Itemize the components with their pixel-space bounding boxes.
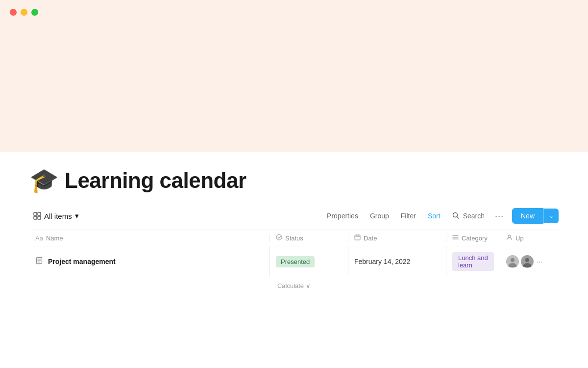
svg-rect-2 — [34, 216, 37, 219]
svg-point-20 — [511, 258, 514, 262]
status-icon — [276, 234, 282, 242]
svg-line-5 — [457, 216, 459, 218]
properties-label: Properties — [327, 212, 358, 220]
search-button[interactable]: Search — [447, 209, 490, 223]
calculate-label: Calculate — [277, 282, 304, 289]
text-icon: Aa — [35, 235, 43, 242]
calendar-icon — [354, 234, 361, 242]
avatar-1 — [506, 255, 519, 268]
new-button[interactable]: New — [512, 208, 543, 224]
toolbar-left: All items ▾ — [29, 209, 83, 223]
column-category-label: Category — [462, 235, 488, 242]
avatars-group: ··· — [506, 255, 542, 268]
cell-name: Project management — [29, 246, 270, 277]
search-icon — [452, 212, 461, 220]
all-items-button[interactable]: All items ▾ — [29, 209, 83, 223]
calculate-chevron-icon: ∨ — [306, 282, 311, 289]
column-header-date[interactable]: Date — [348, 234, 446, 242]
new-button-group: New ⌄ — [512, 208, 559, 224]
cell-user: ··· — [500, 246, 559, 277]
column-date-label: Date — [364, 235, 377, 242]
row-name-text: Project management — [48, 258, 116, 265]
list-icon — [452, 234, 459, 242]
svg-rect-1 — [38, 212, 41, 215]
filter-button[interactable]: Filter — [396, 209, 421, 223]
table-header: Aa Name Status Date — [29, 230, 559, 246]
document-icon — [35, 257, 43, 266]
date-text: February 14, 2022 — [354, 258, 410, 265]
page-emoji: 🎓 — [29, 167, 59, 194]
minimize-button[interactable] — [21, 9, 27, 16]
svg-rect-3 — [38, 216, 41, 219]
new-button-caret[interactable]: ⌄ — [543, 209, 559, 223]
column-header-category[interactable]: Category — [446, 234, 500, 242]
toolbar-right: Properties Group Filter Sort Search — [322, 208, 559, 224]
page-title: Learning calendar — [65, 168, 246, 193]
svg-point-14 — [508, 235, 511, 237]
svg-rect-0 — [34, 212, 37, 215]
new-label: New — [521, 212, 535, 220]
avatar-2 — [521, 255, 534, 268]
column-header-user[interactable]: Up — [500, 234, 559, 242]
svg-point-6 — [276, 235, 282, 240]
close-button[interactable] — [10, 9, 17, 16]
chevron-down-icon: ▾ — [75, 211, 79, 220]
column-status-label: Status — [285, 235, 303, 242]
group-button[interactable]: Group — [365, 209, 394, 223]
group-label: Group — [370, 212, 389, 220]
column-user-label: Up — [515, 235, 524, 242]
svg-point-22 — [525, 258, 529, 262]
search-label: Search — [463, 212, 485, 220]
main-content: 🎓 Learning calendar All items ▾ — [0, 152, 588, 294]
svg-rect-7 — [355, 235, 360, 240]
properties-button[interactable]: Properties — [322, 209, 363, 223]
calculate-row[interactable]: Calculate ∨ — [29, 277, 559, 294]
column-header-status[interactable]: Status — [270, 234, 348, 242]
more-users-icon: ··· — [537, 258, 542, 265]
sort-label: Sort — [428, 212, 441, 220]
caret-down-icon: ⌄ — [549, 212, 554, 219]
grid-icon — [33, 212, 41, 220]
cell-category: Lunch and learn — [446, 246, 500, 277]
column-header-name[interactable]: Aa Name — [29, 234, 270, 242]
user-icon — [506, 234, 513, 242]
status-badge: Presented — [276, 256, 315, 267]
table-row[interactable]: Project management Presented February 14… — [29, 246, 559, 277]
column-name-label: Name — [46, 235, 63, 242]
sort-button[interactable]: Sort — [423, 209, 445, 223]
cell-status: Presented — [270, 246, 348, 277]
toolbar: All items ▾ Properties Group Filter Sort — [29, 208, 559, 230]
more-options-button[interactable]: ··· — [491, 208, 507, 224]
hero-banner — [0, 0, 588, 152]
all-items-label: All items — [44, 212, 72, 220]
filter-label: Filter — [401, 212, 416, 220]
page-title-row: 🎓 Learning calendar — [29, 167, 559, 194]
cell-date: February 14, 2022 — [348, 246, 446, 277]
ellipsis-icon: ··· — [495, 211, 504, 221]
traffic-lights — [10, 9, 38, 16]
category-badge: Lunch and learn — [452, 252, 494, 271]
maximize-button[interactable] — [31, 9, 38, 16]
